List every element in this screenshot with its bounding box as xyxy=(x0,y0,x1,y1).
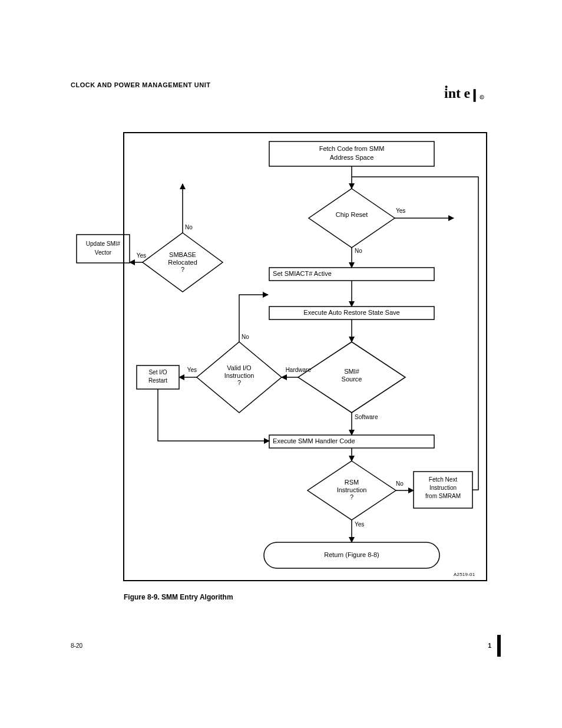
text-rsm: RSM Instruction ? xyxy=(328,479,375,501)
text-smi-sw: Software xyxy=(355,414,390,421)
revision-number: 1 xyxy=(456,643,491,649)
text-smbase-no: No xyxy=(185,224,203,231)
text-restart-l1: Set I/O xyxy=(137,369,179,376)
text-rsm-no: No xyxy=(396,480,414,487)
text-update-l1: Update SMI# xyxy=(77,241,130,248)
text-fetch-l1: Fetch Next xyxy=(414,476,472,483)
svg-rect-6 xyxy=(124,133,487,581)
text-chip-reset-no: No xyxy=(355,248,372,255)
text-update-l2: Vector xyxy=(77,249,130,256)
text-chip-reset: Chip Reset xyxy=(325,211,378,219)
figure-caption: Figure 8-9. SMM Entry Algorithm xyxy=(124,593,233,601)
source-note: A2519-01 xyxy=(454,572,475,577)
text-chip-reset-yes: Yes xyxy=(396,207,419,215)
text-save-state: Execute Auto Restore State Save xyxy=(269,309,434,317)
text-smbase-yes: Yes xyxy=(128,252,146,259)
flowchart-svg xyxy=(0,0,562,728)
page-number: 8-20 xyxy=(71,643,82,649)
text-set-smiact: Set SMIACT# Active xyxy=(269,270,434,278)
text-start-l2: Address Space xyxy=(269,154,434,162)
text-valid-io: Valid I/O Instruction ? xyxy=(216,364,263,387)
text-return: Return (Figure 8-8) xyxy=(264,551,439,559)
text-fetch-l3: from SMRAM xyxy=(414,493,472,500)
text-start-l1: Fetch Code from SMM xyxy=(269,145,434,153)
text-handler: Execute SMM Handler Code xyxy=(269,437,434,445)
text-rsm-yes: Yes xyxy=(355,521,372,528)
text-valid-io-no: No xyxy=(242,334,259,341)
node-update-smi xyxy=(77,235,130,263)
revision-bar xyxy=(497,635,501,657)
text-smi-hw: Hardware xyxy=(282,367,311,374)
text-valid-io-yes: Yes xyxy=(179,367,197,374)
text-fetch-l2: Instruction xyxy=(414,485,472,492)
text-restart-l2: Restart xyxy=(137,377,179,384)
text-smbase: SMBASE Relocated ? xyxy=(159,251,206,274)
text-smi-source: SMI# Source xyxy=(328,368,375,383)
